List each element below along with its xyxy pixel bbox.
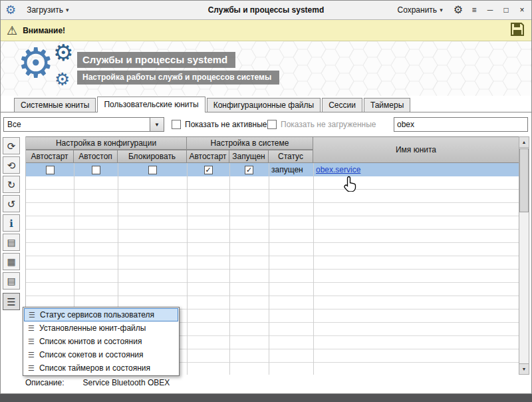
menu-item-label: Установленные юнит-файлы — [39, 323, 146, 333]
column-separator — [187, 163, 188, 375]
menu-item-timers-and-states[interactable]: ☰ Список таймеров и состояния — [24, 361, 178, 375]
scroll-up-arrow-icon[interactable]: ▲ — [519, 137, 529, 148]
sys-autostart-checkbox[interactable] — [204, 166, 213, 174]
scrollbar-thumb[interactable] — [519, 148, 529, 212]
warning-bar: ⚠ Внимание! — [0, 20, 532, 41]
log-file-icon: ▤ — [7, 238, 15, 247]
column-header-cfg-autostop[interactable]: Автостоп — [74, 150, 118, 163]
logo-gear-tiny-icon: ⚙ — [55, 71, 70, 88]
hamburger-menu-icon[interactable]: ≡ — [469, 5, 479, 15]
info-icon: ℹ — [9, 218, 13, 228]
banner-title: Службы и процессы systemd — [77, 52, 235, 68]
group-header-system: Настройка в системе — [187, 136, 313, 150]
save-button[interactable]: Сохранить ▾ — [393, 3, 446, 17]
status-menu-button[interactable]: ☰ — [3, 293, 20, 310]
maximize-button[interactable]: □ — [501, 5, 511, 15]
titlebar: ⚙ Загрузить ▾ Службы и процессы systemd … — [0, 0, 532, 20]
menu-item-label: Статус сервисов пользователя — [40, 310, 154, 319]
scope-combobox-value: Все — [4, 120, 150, 129]
column-separator — [229, 163, 230, 375]
hexagon-pattern — [0, 41, 532, 96]
warning-icon: ⚠ — [7, 23, 17, 38]
scope-combobox[interactable]: Все ▼ — [3, 117, 164, 132]
table-row[interactable]: запущен obex.service — [26, 163, 519, 176]
list-icon: ☰ — [28, 351, 35, 359]
restart-unit-button[interactable]: ↻ — [3, 176, 20, 193]
menu-item-sockets-and-states[interactable]: ☰ Список сокетов и состояния — [24, 348, 178, 361]
combobox-arrow-icon[interactable]: ▼ — [150, 118, 164, 131]
list-icon: ☰ — [28, 364, 35, 373]
tab-user-units[interactable]: Пользовательские юниты — [97, 97, 205, 112]
description-value: Service Bluetooth OBEX — [83, 378, 170, 387]
banner-subtitle: Настройка работы служб и процессов систе… — [77, 71, 279, 85]
cfg-block-checkbox[interactable] — [148, 166, 157, 174]
unit-list-button[interactable]: ▤ — [3, 272, 20, 290]
unit-list-icon: ▤ — [7, 276, 15, 286]
tab-config-files[interactable]: Конфигурационные файлы — [207, 98, 321, 112]
column-separator — [313, 163, 314, 375]
show-inactive-label: Показать не активные — [185, 120, 267, 129]
cfg-autostart-checkbox[interactable] — [46, 166, 55, 174]
menu-item-label: Список сокетов и состояния — [39, 350, 144, 359]
reload-icon: ⟲ — [7, 160, 16, 170]
vertical-scrollbar[interactable]: ▲ ▼ — [519, 136, 529, 375]
menu-item-label: Список таймеров и состояния — [39, 363, 150, 373]
refresh-icon: ⟳ — [7, 141, 16, 151]
column-header-cfg-autostart[interactable]: Автостарт — [26, 150, 74, 163]
cell-cfg-autostop — [74, 163, 118, 176]
titlebar-right: Сохранить ▾ ⚙ ≡ ─ □ × — [393, 3, 527, 17]
view-journal-button[interactable]: ▦ — [3, 253, 20, 270]
cfg-autostop-checkbox[interactable] — [92, 166, 100, 174]
unit-info-button[interactable]: ℹ — [3, 214, 20, 232]
show-unloaded-label: Показать не загруженные — [281, 120, 376, 129]
tab-timers[interactable]: Таймеры — [364, 98, 410, 112]
show-inactive-checkbox[interactable] — [172, 120, 181, 129]
save-floppy-icon[interactable] — [509, 21, 525, 40]
menu-item-installed-unit-files[interactable]: ☰ Установленные юнит-файлы — [24, 321, 178, 335]
restart-icon: ↻ — [7, 180, 16, 190]
view-log-button[interactable]: ▤ — [3, 234, 20, 251]
minimize-button[interactable]: ─ — [485, 5, 495, 15]
mouse-cursor-pointer — [343, 176, 358, 194]
description-label: Описание: — [25, 378, 65, 387]
column-header-status[interactable]: Статус — [269, 150, 313, 163]
app-icon: ⚙ — [5, 3, 16, 17]
description-bar: Описание: Service Bluetooth OBEX — [25, 378, 170, 387]
banner: ⚙ ⚙ ⚙ Службы и процессы systemd Настройк… — [0, 41, 532, 96]
menu-item-units-and-states[interactable]: ☰ Список юнитов и состояния — [24, 335, 178, 348]
column-header-sys-running[interactable]: Запущен — [229, 150, 269, 163]
load-button-label: Загрузить — [27, 5, 63, 15]
revert-icon: ↺ — [7, 199, 16, 209]
desktop-backdrop — [0, 394, 532, 402]
unit-search-input[interactable] — [394, 117, 528, 132]
menu-item-user-services-status[interactable]: ☰ Статус сервисов пользователя — [24, 308, 178, 321]
settings-gear-icon[interactable]: ⚙ — [454, 3, 463, 16]
refresh-button[interactable]: ⟳ — [3, 137, 20, 154]
sys-running-checkbox[interactable] — [245, 166, 253, 174]
revert-unit-button[interactable]: ↺ — [3, 195, 20, 212]
left-toolbar: ⟳ ⟲ ↻ ↺ ℹ ▤ ▦ ▤ ☰ — [1, 135, 23, 376]
unit-name-link[interactable]: obex.service — [316, 165, 360, 174]
column-header-sys-autostart[interactable]: Автостарт — [187, 150, 229, 163]
group-header-config: Настройка в конфигурации — [26, 136, 187, 150]
cell-cfg-autostart — [26, 163, 74, 176]
show-inactive-checkbox-group[interactable]: Показать не активные — [172, 117, 267, 132]
logo-gear-small-icon: ⚙ — [53, 41, 73, 64]
column-header-unit-name[interactable]: Имя юнита — [313, 136, 519, 163]
cell-sys-autostart — [187, 163, 229, 176]
close-button[interactable]: × — [517, 5, 527, 15]
status-popup-menu: ☰ Статус сервисов пользователя ☰ Установ… — [23, 307, 180, 376]
reload-all-button[interactable]: ⟲ — [3, 156, 20, 174]
tab-sessions[interactable]: Сессии — [322, 98, 362, 112]
tab-system-units[interactable]: Системные юниты — [14, 98, 96, 112]
load-button[interactable]: Загрузить ▾ — [23, 3, 72, 17]
scroll-down-arrow-icon[interactable]: ▼ — [519, 363, 529, 374]
app-window: ⚙ Загрузить ▾ Службы и процессы systemd … — [0, 0, 532, 402]
show-unloaded-checkbox-group[interactable]: Показать не загруженные — [267, 117, 376, 132]
column-header-cfg-block[interactable]: Блокировать — [118, 150, 187, 163]
load-caret-icon: ▾ — [66, 7, 69, 13]
cell-cfg-block — [118, 163, 187, 176]
list-icon: ☰ — [28, 324, 35, 333]
show-unloaded-checkbox[interactable] — [267, 120, 277, 129]
list-icon: ☰ — [28, 337, 35, 346]
